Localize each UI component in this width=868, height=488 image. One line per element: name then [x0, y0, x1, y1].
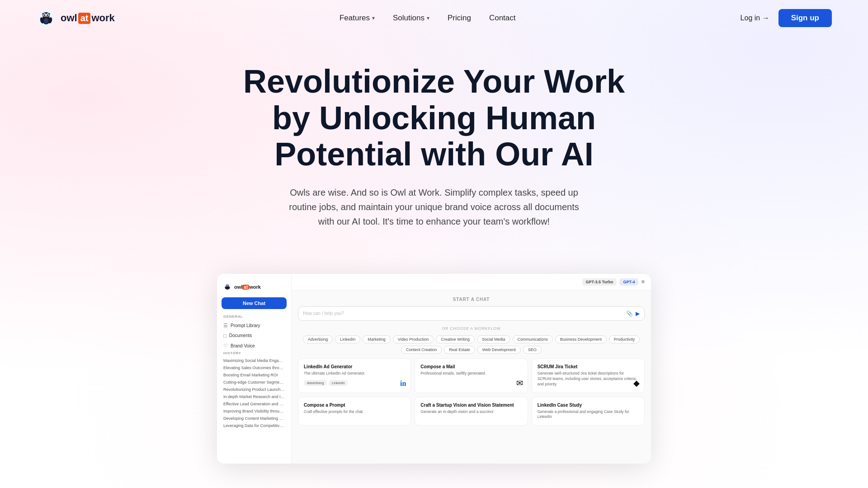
chat-input-row[interactable]: How can I help you? 📎 ▶ — [298, 306, 645, 321]
card-title: Compose a Mail — [420, 364, 522, 369]
app-mockup: owlatwork New Chat GENERAL ☰ Prompt Libr… — [0, 274, 868, 464]
svg-point-20 — [226, 285, 227, 286]
card-title: LinkedIn Ad Generator — [304, 364, 405, 369]
card-title: Craft a Startup Vision and Vision Statem… — [420, 403, 522, 408]
new-chat-button[interactable]: New Chat — [222, 297, 287, 309]
cards-grid-row2: Compose a PromptCraft effective prompts … — [298, 397, 645, 426]
workflow-tag[interactable]: Productivity — [609, 335, 640, 343]
sidebar-history-item[interactable]: Cutting-edge Customer Segmentatio... — [217, 379, 291, 386]
hero-title: Revolutionize Your Work by Unlocking Hum… — [231, 63, 637, 173]
workflow-tag[interactable]: Content Creation — [401, 346, 442, 354]
sidebar-history-item[interactable]: Revolutionizing Product Launch Strat... — [217, 386, 291, 393]
nav-features[interactable]: Features ▾ — [340, 14, 375, 23]
card-icon: in — [400, 379, 406, 388]
logo[interactable]: owlatwork — [36, 8, 115, 28]
cards-grid: LinkedIn Ad GeneratorThe ultimate Linked… — [298, 358, 645, 393]
document-icon: □ — [223, 333, 226, 338]
svg-point-7 — [45, 14, 45, 15]
main-content: GPT-3.5 Turbo GPT-4 ≡ START A CHAT How c… — [292, 274, 651, 464]
sidebar-item-documents[interactable]: □ Documents — [217, 331, 291, 341]
sidebar-history-item[interactable]: In-depth Market Research and Insights — [217, 393, 291, 400]
sidebar-general-label: GENERAL — [217, 314, 291, 319]
workflow-tag[interactable]: Video Production — [393, 335, 434, 343]
nav-actions: Log in → Sign up — [741, 9, 832, 27]
card-title: SCRUM Jira Ticket — [538, 364, 639, 369]
mockup-container: owlatwork New Chat GENERAL ☰ Prompt Libr… — [217, 274, 651, 464]
navbar: owlatwork Features ▾ Solutions ▾ Pricing… — [0, 0, 868, 36]
card-icon: ✉ — [516, 378, 523, 388]
workflow-tag[interactable]: Marketing — [363, 335, 391, 343]
start-chat-label: START A CHAT — [453, 297, 490, 302]
card-icon: ◆ — [633, 378, 640, 388]
card-desc: Generate an in-depth vision and a succin… — [420, 409, 522, 415]
svg-point-5 — [44, 14, 46, 16]
attachment-icon[interactable]: 📎 — [626, 310, 633, 317]
workflow-tag[interactable]: Business Development — [555, 335, 607, 343]
svg-point-6 — [47, 14, 49, 16]
features-chevron-icon: ▾ — [372, 15, 375, 21]
sidebar-history-item[interactable]: Elevating Sales Outcomes through D... — [217, 364, 291, 371]
card-title: LinkedIn Case Study — [538, 403, 639, 408]
signup-button[interactable]: Sign up — [778, 9, 832, 27]
workflow-card-row2[interactable]: Compose a PromptCraft effective prompts … — [298, 397, 411, 426]
owl-logo-icon — [36, 8, 56, 28]
workflow-card[interactable]: Compose a MailProfessional emails, swift… — [415, 358, 528, 393]
sidebar: owlatwork New Chat GENERAL ☰ Prompt Libr… — [217, 274, 292, 464]
workflow-tag[interactable]: Social Media — [477, 335, 510, 343]
hero-section: Revolutionize Your Work by Unlocking Hum… — [0, 36, 868, 274]
sidebar-history-item[interactable]: Maximizing Social Media Engageme... — [217, 357, 291, 364]
card-desc: Craft effective prompts for the chat. — [304, 409, 405, 415]
nav-contact[interactable]: Contact — [489, 14, 516, 23]
card-desc: Professional emails, swiftly generated. — [420, 371, 522, 376]
sidebar-history: Maximizing Social Media Engageme...Eleva… — [217, 357, 291, 429]
workflow-card-row2[interactable]: LinkedIn Case StudyGenerate a profession… — [532, 397, 645, 426]
model-gpt4-badge[interactable]: GPT-4 — [619, 278, 638, 286]
nav-pricing[interactable]: Pricing — [448, 14, 471, 23]
svg-point-14 — [44, 18, 48, 23]
workflow-tag[interactable]: Web Development — [477, 346, 521, 354]
sidebar-history-item[interactable]: Improving Brand Visibility through D... — [217, 408, 291, 415]
sidebar-history-item[interactable]: Boosting Email Marketing ROI — [217, 371, 291, 379]
prompt-icon: ☰ — [223, 323, 228, 328]
workflow-tag[interactable]: Advertising — [303, 335, 333, 343]
card-desc: Generate well-structured Jira ticket des… — [538, 371, 639, 387]
svg-point-8 — [48, 14, 48, 15]
sidebar-history-item[interactable]: Developing Content Marketing Strat... — [217, 415, 291, 422]
card-desc: The ultimate LinkedIn Ad Generator. — [304, 371, 405, 376]
workflow-card-row2[interactable]: Craft a Startup Vision and Vision Statem… — [415, 397, 528, 426]
sidebar-logo-text: owlatwork — [234, 284, 261, 290]
workflow-tag[interactable]: SEO — [523, 346, 542, 354]
svg-point-21 — [228, 285, 229, 286]
sidebar-logo: owlatwork — [217, 281, 291, 297]
topbar: GPT-3.5 Turbo GPT-4 ≡ — [292, 274, 651, 291]
nav-solutions[interactable]: Solutions ▾ — [393, 14, 429, 23]
model-gpt35-badge[interactable]: GPT-3.5 Turbo — [582, 278, 617, 286]
card-tag: Advertising — [304, 380, 327, 386]
chat-input-placeholder: How can I help you? — [303, 311, 623, 316]
send-icon[interactable]: ▶ — [636, 310, 640, 317]
sidebar-item-brand[interactable]: ♡ Brand Voice — [217, 341, 291, 351]
hero-subtitle: Owls are wise. And so is Owl at Work. Si… — [280, 185, 588, 229]
solutions-chevron-icon: ▾ — [427, 15, 429, 21]
workflow-card[interactable]: LinkedIn Ad GeneratorThe ultimate Linked… — [298, 358, 411, 393]
workflow-tag[interactable]: Communications — [513, 335, 553, 343]
sidebar-history-item[interactable]: Effective Lead Generation and Conv... — [217, 400, 291, 408]
sidebar-logo-icon — [223, 283, 231, 291]
or-workflow-label: OR CHOOSE A WORKFLOW — [442, 326, 501, 331]
sidebar-item-prompt[interactable]: ☰ Prompt Library — [217, 320, 291, 331]
workflow-tags: AdvertisingLinkedInMarketingVideo Produc… — [298, 335, 645, 354]
card-title: Compose a Prompt — [304, 403, 405, 408]
workflow-tag[interactable]: LinkedIn — [335, 335, 360, 343]
sidebar-history-label: HISTORY — [217, 351, 291, 355]
heart-icon: ♡ — [223, 343, 228, 349]
workflow-card[interactable]: SCRUM Jira TicketGenerate well-structure… — [532, 358, 645, 393]
card-tag: LinkedIn — [329, 380, 348, 386]
workflow-tag[interactable]: Creative Writing — [436, 335, 475, 343]
sidebar-history-item[interactable]: Leveraging Data for Competitive An... — [217, 422, 291, 429]
card-desc: Generate a professional and engaging Cas… — [538, 409, 639, 420]
topbar-menu-icon[interactable]: ≡ — [641, 278, 645, 285]
workflow-tag[interactable]: Real Estate — [444, 346, 475, 354]
logo-text: owlatwork — [61, 12, 115, 24]
chat-input-icons: 📎 ▶ — [626, 310, 640, 317]
login-button[interactable]: Log in → — [741, 14, 769, 22]
